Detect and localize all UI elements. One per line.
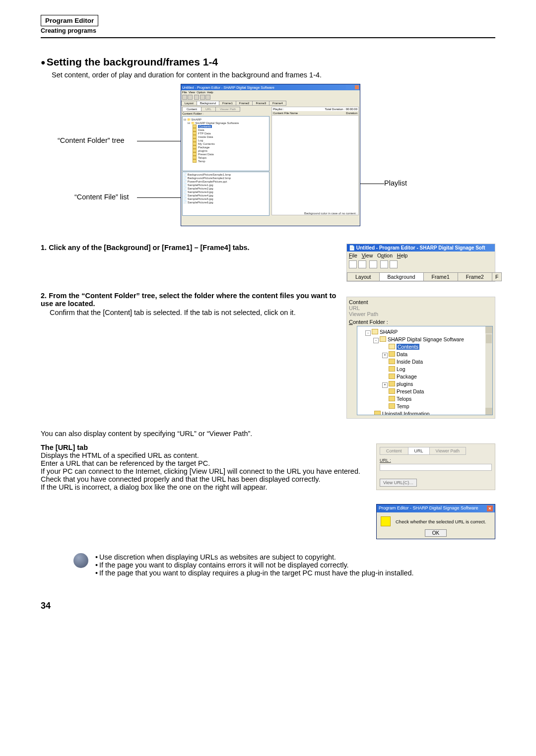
panel-tabs-screenshot: 📄 Untitled - Program Editor - SHARP Digi… bbox=[346, 244, 495, 282]
panel-tree-screenshot: Content URL Viewer Path Content Folder :… bbox=[346, 297, 495, 419]
close-icon[interactable]: × bbox=[487, 505, 493, 511]
url-section: The [URL] tab Displays the HTML of a spe… bbox=[41, 443, 495, 539]
callout-content-file-list: “Content File” list bbox=[74, 193, 129, 201]
desc-url-viewer: You can also display content by specifyi… bbox=[41, 430, 495, 438]
step-1: 1. Click any of the [Background] or [Fra… bbox=[41, 244, 495, 282]
view-url-button[interactable]: View URL(C)… bbox=[380, 479, 417, 487]
intro-text: Set content, order of play and duration … bbox=[52, 71, 495, 79]
error-dialog: Program Editor - SHARP Digital Signage S… bbox=[376, 504, 495, 539]
callout-playlist: Playlist bbox=[384, 179, 407, 187]
url-panel-screenshot: Content URL Viewer Path URL : View URL(C… bbox=[376, 443, 495, 490]
tree-mini: ⊟ 📁 SHARP ⊟ 📁 SHARP Digital Signage Soft… bbox=[182, 116, 269, 171]
notes: •Use discretion when displaying URLs as … bbox=[41, 553, 495, 577]
filelist-mini: 📄 BackgroundPictureSample1.bmp📄 Backgrou… bbox=[182, 172, 269, 216]
figure-main: “Content Folder” tree “Content File” lis… bbox=[41, 84, 495, 233]
header-sub: Creating programs bbox=[41, 27, 495, 34]
url-tab-head: The [URL] tab bbox=[41, 443, 369, 451]
section-title: ●Setting the background/frames 1-4 bbox=[41, 56, 495, 68]
ok-button[interactable]: OK bbox=[425, 529, 447, 537]
header-rule bbox=[41, 37, 495, 38]
app-window-screenshot: Untitled - Program Editor - SHARP Digita… bbox=[181, 84, 360, 226]
callout-content-folder-tree: “Content Folder” tree bbox=[58, 136, 125, 144]
folder-tree: -SHARP -SHARP Digital Signage Software C… bbox=[357, 326, 493, 415]
warning-icon bbox=[381, 516, 391, 526]
url-input[interactable] bbox=[380, 464, 492, 471]
page-number: 34 bbox=[41, 601, 495, 611]
header-box: Program Editor bbox=[41, 15, 98, 26]
note-icon bbox=[73, 553, 88, 568]
step-2: 2. From the “Content Folder” tree, selec… bbox=[41, 292, 495, 419]
